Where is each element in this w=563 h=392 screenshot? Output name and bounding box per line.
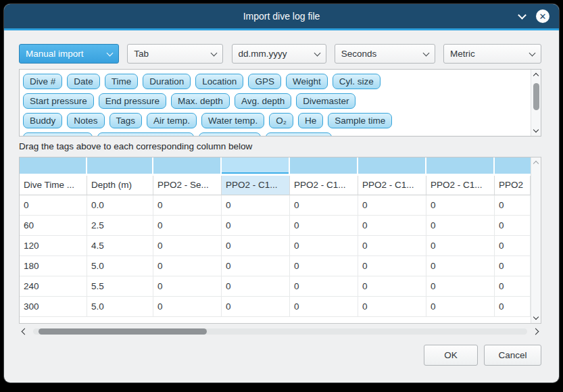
table-cell: 0 (426, 236, 495, 256)
chevron-down-icon (422, 49, 429, 56)
scroll-right-icon[interactable] (533, 328, 539, 335)
tag[interactable]: Buddy (23, 113, 62, 128)
tag[interactable]: Cyl. size (333, 74, 381, 89)
tag[interactable]: Start pressure (23, 93, 94, 109)
table-cell: 0 (290, 195, 358, 216)
table-cell: 0 (426, 195, 495, 216)
scrollbar-thumb[interactable] (39, 328, 207, 335)
table-cell: 0 (153, 256, 222, 276)
duration-format-combo[interactable]: Seconds (335, 44, 435, 64)
column-header: PPO2 (495, 176, 531, 195)
dialog-content: Manual import Tab dd.mm.yyyy Seconds Met… (4, 30, 559, 366)
table-cell: 0 (290, 297, 358, 317)
table-cell: 4.5 (87, 236, 153, 256)
table-cell: 0 (495, 216, 531, 236)
tag[interactable]: He (298, 113, 323, 128)
table-scrollbar-vertical[interactable] (531, 157, 541, 323)
combo-value: Seconds (341, 49, 377, 59)
ok-button[interactable]: OK (424, 345, 478, 366)
tag-row: Sample depth Sample temperature Sample p… (23, 132, 524, 137)
table-cell: 5.0 (87, 297, 153, 317)
combo-value: Tab (134, 49, 149, 59)
table-cell: 0 (153, 276, 222, 297)
tag[interactable]: Weight (286, 74, 328, 89)
scroll-down-icon[interactable] (533, 127, 539, 132)
tag[interactable]: Date (67, 74, 100, 89)
table-row: 240 5.5 0 0 0 0 0 0 (20, 276, 531, 297)
column-drop-target[interactable] (290, 157, 358, 174)
scroll-left-icon[interactable] (22, 328, 28, 335)
column-drop-target[interactable] (358, 157, 426, 174)
tag[interactable]: Sample depth (23, 132, 93, 137)
table-cell: 240 (20, 276, 87, 297)
column-drop-target[interactable] (153, 157, 222, 174)
table-cell: 0 (222, 195, 290, 216)
tag[interactable]: Tags (109, 113, 143, 128)
table-cell: 120 (20, 236, 87, 256)
table-cell: 300 (20, 297, 87, 317)
tag[interactable]: Avg. depth (235, 93, 291, 109)
tag[interactable]: Sample pO₂ (199, 132, 262, 137)
close-icon: ✕ (539, 12, 547, 21)
tag[interactable]: Time (105, 74, 139, 89)
table-cell: 0 (426, 297, 495, 317)
table-cell: 0 (222, 256, 290, 276)
chevron-down-icon (529, 49, 536, 56)
table-cell: 0 (290, 236, 358, 256)
cancel-button[interactable]: Cancel (484, 345, 541, 366)
units-combo[interactable]: Metric (443, 44, 541, 64)
tag[interactable]: O₂ (269, 113, 293, 128)
shade-button[interactable] (519, 15, 525, 18)
tag[interactable]: End pressure (99, 93, 166, 109)
tag-row: Dive # Date Time Duration Location GPS W… (23, 74, 524, 89)
tag[interactable]: Water temp. (201, 113, 264, 128)
table-cell: 0 (358, 216, 426, 236)
tag[interactable]: GPS (248, 74, 281, 89)
scroll-up-icon[interactable] (533, 161, 539, 166)
table-cell: 0.0 (87, 195, 153, 216)
table-cell: 0 (222, 276, 290, 297)
table-cell: 0 (153, 236, 222, 256)
column-drop-target[interactable] (426, 157, 495, 174)
tag[interactable]: Divemaster (296, 93, 356, 109)
table-cell: 0 (358, 256, 426, 276)
tag-pool: Dive # Date Time Duration Location GPS W… (19, 69, 541, 137)
scrollbar-thumb[interactable] (533, 83, 539, 110)
drag-hint-text: Drag the tags above to each correspondin… (19, 141, 541, 151)
import-mode-combo[interactable]: Manual import (19, 44, 119, 64)
column-drop-target[interactable] (20, 157, 87, 174)
table-row: 120 4.5 0 0 0 0 0 0 (20, 236, 531, 256)
tag[interactable]: Sample CNS (266, 132, 332, 137)
tag[interactable]: Sample time (328, 113, 392, 128)
tag[interactable]: Max. depth (171, 93, 230, 109)
table-scrollbar-horizontal[interactable] (19, 326, 541, 337)
table-cell: 0 (153, 216, 222, 236)
tag[interactable]: Sample temperature (97, 132, 193, 137)
tag[interactable]: Duration (143, 74, 191, 89)
tag-scrollbar-vertical[interactable] (531, 70, 541, 136)
date-format-combo[interactable]: dd.mm.yyyy (232, 44, 326, 64)
table-header-row: Dive Time ... Depth (m) PPO2 - Se... PPO… (20, 176, 531, 195)
table-cell: 180 (20, 256, 87, 276)
table-cell: 0 (495, 276, 531, 297)
column-header: PPO2 - C1... (290, 176, 358, 195)
chevron-down-icon (518, 11, 527, 20)
chevron-down-icon (107, 49, 114, 56)
tag[interactable]: Dive # (23, 74, 62, 89)
column-drop-target[interactable] (87, 157, 153, 174)
combo-value: Manual import (26, 49, 84, 59)
column-drop-target[interactable] (222, 157, 290, 174)
table-cell: 0 (426, 216, 495, 236)
tag[interactable]: Notes (67, 113, 104, 128)
scroll-down-icon[interactable] (533, 314, 539, 320)
tag[interactable]: Air temp. (147, 113, 197, 128)
column-drop-target[interactable] (495, 157, 531, 174)
scrollbar-track[interactable] (33, 328, 527, 335)
close-button[interactable]: ✕ (536, 9, 549, 23)
titlebar[interactable]: Import dive log file ✕ (4, 4, 559, 28)
scroll-up-icon[interactable] (533, 73, 539, 78)
field-separator-combo[interactable]: Tab (127, 44, 223, 64)
table-drop-row (20, 157, 531, 174)
tag[interactable]: Location (195, 74, 243, 89)
table-cell: 0 (358, 236, 426, 256)
